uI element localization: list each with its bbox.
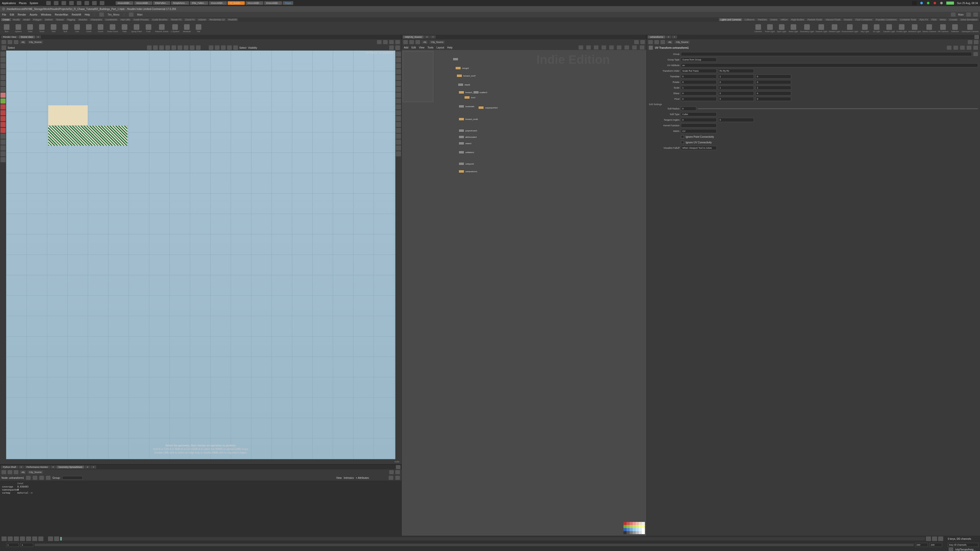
disp-opt-icon[interactable] [396,93,401,98]
path-context[interactable]: obj [20,470,26,474]
shelf-tool[interactable]: GI Light [872,24,882,33]
opts-icon[interactable] [389,40,394,44]
path-node[interactable]: City_Source [429,40,445,44]
tl-opt-icon[interactable] [932,537,937,541]
tab-add-icon[interactable]: + [430,35,436,38]
path-node[interactable]: City_Source [27,40,43,44]
shelf-tab[interactable]: Muscles [77,18,89,21]
parm-help-icon[interactable] [967,46,971,50]
shelf-tool[interactable]: Curve [95,24,106,33]
shelf-tool[interactable]: VR Camera [938,24,948,33]
selmode-icon[interactable] [172,45,176,50]
network-node[interactable]: uvlayout1 [458,162,474,165]
tab-parm[interactable]: uvtransform1 [648,35,665,38]
palette-swatch[interactable] [636,531,639,534]
shelf-tab[interactable]: Particles [756,18,768,21]
net-opt-icon[interactable] [586,45,591,49]
end-frame-field[interactable]: 240 [915,543,928,547]
sel-opt-icon[interactable] [215,45,220,50]
take-dropdown[interactable]: Main [958,13,964,16]
palette-swatch[interactable] [627,525,630,528]
palette-swatch[interactable] [624,522,627,525]
shelf-tab[interactable]: Populate Containers [874,18,898,21]
shelf-tool[interactable]: File [193,24,204,33]
disp-opt-icon[interactable] [396,69,401,74]
uv-attr-dropdown[interactable]: uv (vertex) ▾ [379,52,393,54]
attr-class-icon[interactable] [46,476,51,480]
visibility-dropdown[interactable]: Visibility [248,46,257,49]
selmode-icon[interactable] [165,45,170,50]
sel-opt-icon[interactable] [233,45,238,50]
palette-swatch[interactable] [636,525,639,528]
parm-number[interactable]: 1 [718,86,754,90]
sel-opt-icon[interactable] [227,45,232,50]
shelf-tool[interactable]: Sphere [13,24,24,33]
shelf-tab[interactable]: Viscous Fluids [824,18,842,21]
shelf-tool[interactable]: Sky Light [860,24,870,33]
shelf-tab[interactable]: Constraints [104,18,119,21]
parm-number[interactable]: 1 [681,86,717,90]
forward-icon[interactable] [8,470,12,474]
vp-tool-icon[interactable] [0,69,6,74]
shelf-tool[interactable]: Circle [84,24,94,33]
tab-add-icon[interactable]: + [91,465,96,468]
taskbar-tab[interactable]: tricecold@t… [245,1,263,5]
home-icon[interactable] [660,40,665,44]
tab-network[interactable]: /obj/City_Source [403,35,424,38]
net-menu-edit[interactable]: Edit [411,46,416,49]
shelf-tab[interactable]: Collisions [743,18,756,21]
taskbar-tab[interactable]: Elite_Fallen… [190,1,208,5]
shelf-tool[interactable]: Geometry Light [800,24,814,33]
shelf-tool[interactable]: Caustic Light [883,24,895,33]
network-node[interactable]: blast8 [458,83,470,86]
parm-number[interactable]: 0 [681,80,717,84]
menu-render[interactable]: Render [18,13,26,16]
network-node[interactable]: uvflatten1 [458,151,474,154]
path-context[interactable]: obj [667,40,673,44]
shelf-tab[interactable]: Lights and Cameras [719,18,743,21]
shelf-tool[interactable]: Point Light [765,24,775,33]
selmode-icon[interactable] [178,45,182,50]
palette-swatch[interactable] [642,522,645,525]
sel-opt-icon[interactable] [221,45,226,50]
shelf-tool[interactable]: Ambient Light [908,24,921,33]
parm-opt-icon[interactable] [947,46,951,50]
network-minimap[interactable] [403,51,433,102]
disp-opt-icon[interactable] [396,63,401,68]
shelf-tab[interactable]: Volume [197,18,207,21]
taskbar-tab[interactable]: 02_Buildin… [228,1,245,5]
selmode-icon[interactable] [153,45,158,50]
network-node[interactable]: attribcreate4 [458,135,476,138]
selmode-icon[interactable] [196,45,200,50]
pane-max-icon[interactable] [974,35,979,39]
menu-redshift[interactable]: Redshift [72,13,81,16]
shelf-tool[interactable]: Gamepad Camera [962,24,978,33]
shelf-tool[interactable]: Null [60,24,70,33]
view-dropdown[interactable]: View [336,476,342,479]
shelf-tab[interactable]: Rigid Bodies [790,18,806,21]
taskbar-tab[interactable]: tricecold@t… [134,1,152,5]
forward-icon[interactable] [8,40,12,44]
shelf-tool[interactable]: Environment Light [842,24,858,33]
home-icon[interactable] [14,40,18,44]
status-icon[interactable] [948,548,953,551]
timeline-track[interactable] [35,544,914,546]
select-tool-icon[interactable] [2,45,6,50]
palette-swatch[interactable] [636,522,639,525]
net-opt-icon[interactable] [625,45,629,49]
parm-number[interactable]: 0 [718,118,754,122]
tab-close-icon[interactable]: × [35,35,41,38]
vp-tool-icon[interactable] [0,134,6,139]
section-soft-settings[interactable]: Soft Settings [649,103,978,106]
palette-swatch[interactable] [624,525,627,528]
net-opt-icon[interactable] [609,45,614,49]
parm-slider[interactable] [698,108,978,109]
parm-number[interactable]: 0 [681,75,717,79]
tl-opt-icon[interactable] [926,537,931,541]
tab-x[interactable]: × [85,465,90,468]
search-icon[interactable] [389,476,393,480]
menu-help[interactable]: Help [85,13,90,16]
back-icon[interactable] [2,40,6,44]
select-dropdown[interactable]: Select [239,46,247,49]
net-opt-icon[interactable] [601,45,606,49]
